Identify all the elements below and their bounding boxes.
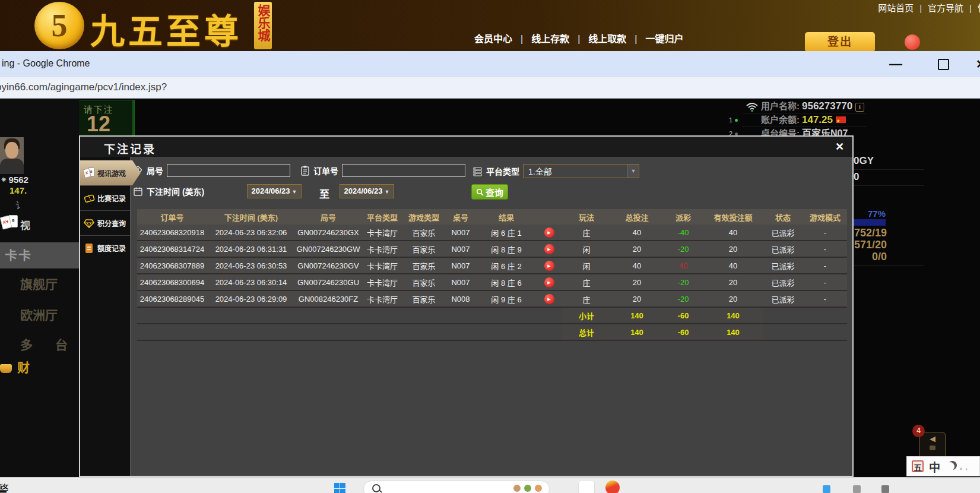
taskbar-tray-icon[interactable] (881, 485, 889, 493)
play-icon[interactable]: ▶ (544, 261, 554, 271)
play-icon[interactable]: ▶ (544, 277, 554, 287)
taskbar-tray-icon[interactable] (853, 485, 861, 493)
ime-punctuation-button[interactable]: 。, (960, 462, 968, 471)
link-withdraw[interactable]: 线上取款 (588, 34, 626, 44)
search-button[interactable]: 查询 (471, 184, 508, 200)
cell-total: 40 (611, 257, 663, 274)
maximize-button[interactable] (938, 59, 949, 70)
taskbar-search[interactable] (363, 481, 550, 493)
seq-number-1: 1 (729, 113, 738, 127)
table-row: 240623068289045 2024-06-23 06:29:09 GN00… (137, 290, 847, 307)
clipboard-icon (300, 165, 310, 176)
cell-game: 百家乐 (403, 225, 445, 241)
cell-status: 已派彩 (763, 257, 803, 274)
play-icon[interactable]: ▶ (544, 294, 554, 304)
user-name-label: 用户名称: (761, 101, 800, 111)
grand-total-total: 140 (611, 324, 663, 340)
round-input[interactable] (167, 164, 290, 177)
finance-tab[interactable]: 财 (0, 358, 30, 375)
grand-total-row: 总计 140 -60 140 (137, 324, 847, 340)
hall-tab-current[interactable]: 卡卡 (0, 242, 79, 268)
play-icon[interactable]: ▶ (544, 227, 554, 238)
separator: | (578, 34, 580, 44)
logout-button[interactable]: 登出 (805, 32, 875, 52)
close-window-button[interactable]: ✕ (976, 57, 980, 71)
minimize-button[interactable]: — (889, 63, 905, 65)
collapse-panel-tab[interactable]: ◀ (919, 432, 946, 459)
link-home[interactable]: 网站首页 (878, 3, 914, 13)
windows-start-button[interactable] (334, 483, 345, 493)
cell-replay: ▶ (536, 225, 562, 241)
cell-total: 20 (611, 290, 663, 307)
taskbar-app-icon[interactable] (579, 481, 594, 493)
sidebar-item-label: 视讯游戏 (97, 168, 126, 178)
subtotal-row: 小计 140 -60 140 (137, 307, 847, 324)
table-row: 240623068300694 2024-06-23 06:30:14 GN00… (137, 274, 847, 290)
ime-toolbar: 五 中 。, (906, 456, 980, 476)
modal-main: 局号 订单号 平台类型 1.全部 ▼ (130, 157, 852, 476)
cell-total: 20 (611, 241, 663, 257)
taskbar-app-icon[interactable] (605, 481, 620, 493)
ime-wubi-button[interactable]: 五 (912, 460, 924, 472)
partial-video-label: 视 (20, 217, 30, 232)
cell-replay: ▶ (536, 290, 562, 307)
link-member-center[interactable]: 会员中心 (474, 34, 512, 44)
balance-row: 1 账户余额:147.25 (742, 113, 867, 127)
date-from-select[interactable]: 2024/06/23▼ (247, 184, 302, 198)
link-quick[interactable]: 快 (978, 3, 980, 13)
platform-select[interactable]: 1.全部 ▼ (523, 164, 639, 178)
taskbar-alert-char: 警 (0, 479, 9, 493)
trophy-icon (0, 364, 12, 373)
sidebar-item-match-records[interactable]: 比赛记录 (80, 185, 130, 210)
percentage-bar (854, 219, 886, 226)
url-bar[interactable]: oyin66.com/agingame/pcv1/index.jsp? (0, 77, 980, 99)
cell-total: 20 (611, 274, 663, 290)
taskbar-tray-icon[interactable] (823, 485, 830, 493)
info-icon[interactable]: i (855, 103, 864, 112)
search-highlight-icon (513, 485, 521, 492)
subtotal-payout: -60 (663, 307, 703, 324)
hall-tab-multi[interactable]: 多台 (20, 335, 68, 353)
balance-label: 账户余额: (761, 115, 800, 125)
link-nav[interactable]: 官方导航 (928, 3, 963, 13)
link-deposit[interactable]: 线上存款 (531, 34, 569, 44)
service-icon[interactable] (905, 34, 920, 50)
col-header: 局号 (295, 209, 361, 225)
table-header-row: 订单号 下注时间 (美东) 局号 平台类型 游戏类型 桌号 结果 玩法 总投注 … (137, 209, 847, 225)
right-stats-panel: 0GY 0 77% 752/19 571/20 0/0 (854, 155, 925, 267)
moon-icon[interactable] (946, 462, 954, 471)
bet-time-label: 下注时间 (美东) (147, 185, 204, 197)
date-to-select[interactable]: 2024/06/23▼ (340, 184, 394, 198)
link-one-key[interactable]: 一键归户 (646, 34, 684, 44)
cell-platform: 卡卡湾厅 (361, 257, 403, 274)
china-flag-icon (836, 116, 846, 123)
order-input[interactable] (342, 164, 465, 177)
hall-tab-flagship[interactable]: 旗舰厅 (20, 274, 58, 292)
search-button-label: 查询 (486, 186, 503, 198)
member-nav: 会员中心|线上存款|线上取款|一键归户 (470, 31, 688, 45)
cell-status: 已派彩 (763, 241, 803, 257)
ime-language-button[interactable]: 中 (929, 459, 940, 475)
col-header: 总投注 (611, 209, 663, 225)
stat-ratio-3: 0/0 (854, 251, 887, 263)
playing-cards-icon (83, 167, 95, 179)
platform-select-value: 1.全部 (524, 165, 627, 177)
separator: | (969, 3, 972, 13)
cell-replay: ▶ (536, 274, 562, 290)
sidebar-item-video-games[interactable]: 视讯游戏 (80, 160, 141, 185)
sidebar-item-points-query[interactable]: 积分查询 (80, 210, 130, 235)
cell-payout: -20 (663, 241, 703, 257)
stat-ratio-1: 752/19 (854, 227, 887, 239)
cell-bet: 闲 (562, 257, 611, 274)
play-icon[interactable]: ▶ (544, 244, 554, 254)
close-icon[interactable]: ✕ (835, 140, 844, 153)
partial-char: 讠 (15, 198, 24, 211)
window-titlebar[interactable]: ing - Google Chrome — ✕ (0, 51, 980, 78)
grand-total-label: 总计 (562, 324, 611, 340)
sidebar-item-quota-records[interactable]: 额度记录 (80, 235, 130, 260)
screen: { "sep": "|", "banner": { "coin_digit": … (0, 0, 980, 493)
cell-payout: -40 (663, 225, 703, 241)
search-highlight-icon (524, 485, 531, 492)
hall-tab-europe[interactable]: 欧洲厅 (20, 305, 58, 323)
cell-order: 240623068307889 (137, 257, 207, 274)
